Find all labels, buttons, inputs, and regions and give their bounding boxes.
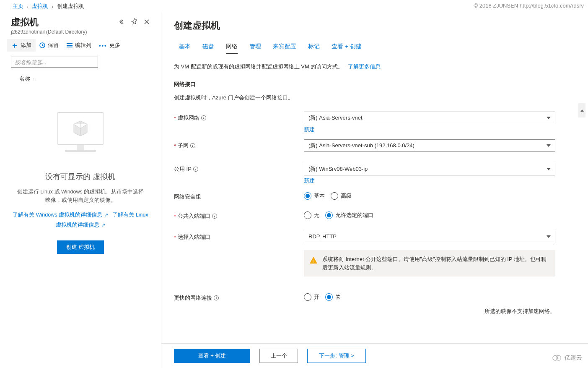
panel-title: 虚拟机 xyxy=(11,16,39,29)
subnet-value: (新) Asia-Servers-vnet-sub (192.168.0.0/2… xyxy=(308,142,414,149)
warning-text: 系统将向 Internet 公开这些端口。请使用"高级"控制将入站流量限制到已知… xyxy=(322,255,549,271)
panel-subtitle: j2629zdhotmail (Default Directory) xyxy=(11,29,150,35)
pubports-label: * 公共入站端口 i xyxy=(174,210,304,220)
subnet-select[interactable]: (新) Asia-Servers-vnet-sub (192.168.0.0/2… xyxy=(304,139,555,152)
nsg-radio-group: 基本 高级 xyxy=(304,191,555,200)
chevron-right-icon: › xyxy=(52,3,53,10)
info-icon[interactable]: i xyxy=(190,143,195,148)
more-button[interactable]: ••• 更多 xyxy=(99,42,120,49)
pubip-label: 公用 IP i xyxy=(174,163,304,173)
create-vm-button[interactable]: 创建 虚拟机 xyxy=(57,240,104,254)
tab-network[interactable]: 网络 xyxy=(226,43,238,54)
accelnet-off-radio[interactable]: 关 xyxy=(325,293,341,301)
accelnet-label: 更快的网络连接 i xyxy=(174,292,304,302)
learn-more-link[interactable]: 了解更多信息 xyxy=(348,63,381,70)
nsg-label: 网络安全组 xyxy=(174,191,304,201)
empty-illustration xyxy=(53,112,108,162)
vnet-select[interactable]: (新) Asia-Servers-vnet xyxy=(304,112,555,124)
scroll-up-button[interactable] xyxy=(578,103,585,117)
nsg-advanced-radio[interactable]: 高级 xyxy=(331,192,352,200)
columns-icon xyxy=(66,42,73,49)
chevron-down-icon xyxy=(547,235,551,238)
list-header[interactable]: 名称 ↑↓ xyxy=(0,71,161,83)
svg-rect-3 xyxy=(67,43,68,44)
more-label: 更多 xyxy=(109,42,120,49)
add-button[interactable]: ＋ 添加 xyxy=(7,39,36,52)
breadcrumb-vm[interactable]: 虚拟机 xyxy=(32,3,48,10)
accelnet-on-radio[interactable]: 开 xyxy=(304,293,319,301)
edit-columns-button[interactable]: 编辑列 xyxy=(66,42,91,49)
left-toolbar: ＋ 添加 保留 编辑列 ••• 更多 xyxy=(0,35,161,54)
tabs: 基本 磁盘 网络 管理 来宾配置 标记 查看 + 创建 xyxy=(179,43,575,54)
chevron-down-icon xyxy=(547,168,551,170)
add-label: 添加 xyxy=(21,42,31,49)
tab-tags[interactable]: 标记 xyxy=(308,43,320,54)
chevron-down-icon xyxy=(547,117,551,119)
pubports-allow-radio[interactable]: 允许选定的端口 xyxy=(325,211,373,219)
subnet-label: * 子网 i xyxy=(174,139,304,149)
prev-button[interactable]: 上一个 xyxy=(259,349,298,363)
accelnet-note: 所选的映像不支持加速网络。 xyxy=(174,308,555,315)
more-icon: ••• xyxy=(99,42,107,49)
svg-rect-4 xyxy=(68,43,73,44)
chevron-down-icon xyxy=(547,144,551,147)
pubports-none-radio[interactable]: 无 xyxy=(304,211,319,219)
selports-value: RDP, HTTP xyxy=(308,233,337,240)
edit-columns-label: 编辑列 xyxy=(75,42,91,49)
close-icon[interactable] xyxy=(143,18,150,26)
col-name: 名称 xyxy=(19,75,30,83)
pin-icon[interactable] xyxy=(131,18,137,26)
chevron-right-icon: › xyxy=(27,3,28,10)
pubports-radio-group: 无 允许选定的端口 xyxy=(304,210,555,219)
section-subheading: 创建虚拟机时，Azure 门户会创建一个网络接口。 xyxy=(174,94,575,102)
svg-rect-7 xyxy=(67,47,68,47)
section-description: 为 VM 配置新的或现有的虚拟网络并配置虚拟网络上 VM 的访问方式。 了解更多… xyxy=(174,63,575,70)
learn-windows-link[interactable]: 了解有关 Windows 虚拟机的详细信息 ↗ xyxy=(13,212,108,218)
footer-bar: 查看 + 创建 上一个 下一步: 管理 > xyxy=(161,343,588,368)
selports-select[interactable]: RDP, HTTP xyxy=(304,231,555,242)
selports-label: * 选择入站端口 xyxy=(174,231,304,241)
pubip-create-link[interactable]: 新建 xyxy=(304,177,315,185)
nsg-basic-radio[interactable]: 基本 xyxy=(304,192,325,200)
empty-title: 没有可显示的 虚拟机 xyxy=(11,172,150,182)
empty-state: 没有可显示的 虚拟机 创建运行 Linux 或 Windows 的虚拟机。从市场… xyxy=(0,83,161,254)
page-title: 创建虚拟机 xyxy=(174,19,575,32)
watermark-bottom: 亿速云 xyxy=(552,354,582,362)
sort-icon: ↑↓ xyxy=(33,77,37,81)
tab-review[interactable]: 查看 + 创建 xyxy=(332,43,362,54)
tab-basic[interactable]: 基本 xyxy=(179,43,191,54)
breadcrumb-home[interactable]: 主页 xyxy=(13,3,23,10)
port-warning: 系统将向 Internet 公开这些端口。请使用"高级"控制将入站流量限制到已知… xyxy=(304,250,555,277)
svg-point-1 xyxy=(556,355,561,360)
svg-rect-5 xyxy=(67,45,68,46)
tab-disks[interactable]: 磁盘 xyxy=(202,43,214,54)
tab-management[interactable]: 管理 xyxy=(249,43,261,54)
empty-desc: 创建运行 Linux 或 Windows 的虚拟机。从市场中选择映像，或使用自定… xyxy=(11,188,150,204)
collapse-icon[interactable] xyxy=(118,18,125,26)
next-button[interactable]: 下一步: 管理 > xyxy=(307,349,366,363)
vnet-create-link[interactable]: 新建 xyxy=(304,126,315,133)
review-create-button[interactable]: 查看 + 创建 xyxy=(174,349,250,363)
pubip-select[interactable]: (新) WinSrv08-Web03-ip xyxy=(304,163,555,175)
plus-icon: ＋ xyxy=(11,42,18,49)
keep-label: 保留 xyxy=(48,42,59,49)
left-panel: 虚拟机 j2629zdhotmail (Default Directory) xyxy=(0,13,161,368)
right-panel: 创建虚拟机 基本 磁盘 网络 管理 来宾配置 标记 查看 + 创建 为 VM 配… xyxy=(161,13,588,368)
info-icon[interactable]: i xyxy=(212,214,217,219)
vnet-value: (新) Asia-Servers-vnet xyxy=(308,114,363,122)
info-icon[interactable]: i xyxy=(193,167,198,172)
info-icon[interactable]: i xyxy=(201,115,206,120)
tab-guest[interactable]: 来宾配置 xyxy=(273,43,296,54)
info-icon[interactable]: i xyxy=(214,295,219,300)
external-link-icon: ↗ xyxy=(103,212,108,217)
pubip-value: (新) WinSrv08-Web03-ip xyxy=(308,165,368,173)
section-heading: 网络接口 xyxy=(174,81,575,88)
keep-button[interactable]: 保留 xyxy=(39,42,59,49)
refresh-icon xyxy=(39,42,46,49)
accelnet-radio-group: 开 关 xyxy=(304,292,555,301)
vnet-label: * 虚拟网络 i xyxy=(174,112,304,122)
breadcrumb-current: 创建虚拟机 xyxy=(57,3,84,10)
warning-icon xyxy=(310,257,317,264)
filter-input[interactable] xyxy=(11,57,98,68)
cube-icon xyxy=(71,119,90,138)
